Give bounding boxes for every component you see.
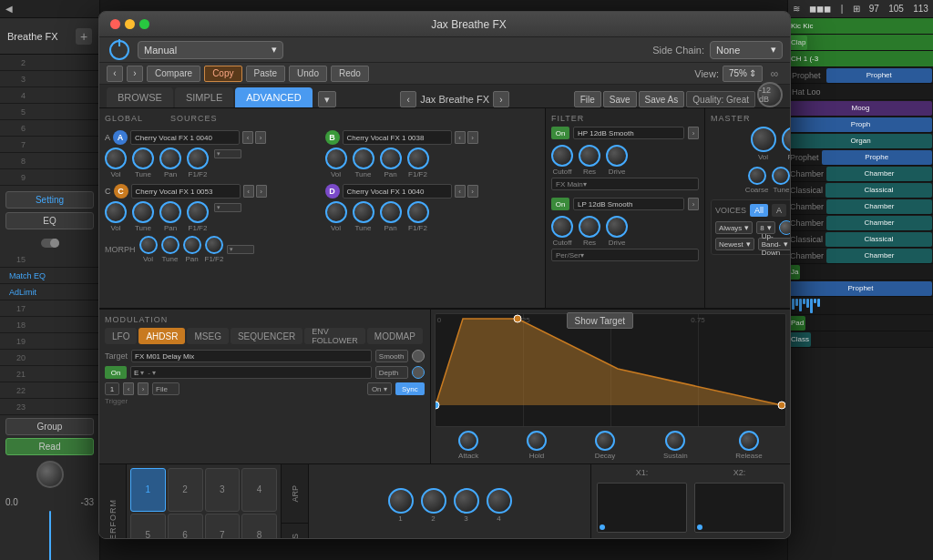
filter-1-fx-dropdown[interactable]: FX Main ▾ [551,178,699,190]
source-d-prev[interactable]: ‹ [455,185,466,198]
source-a-f1f2-knob[interactable] [187,148,209,169]
filter-2-on-badge[interactable]: On [551,198,569,210]
morph-vol-knob[interactable] [139,236,158,254]
source-b-tune-knob[interactable] [353,148,374,169]
source-a-name[interactable]: Cherry Vocal FX 1 0040 [130,130,240,145]
redo-button[interactable]: Redo [331,66,369,82]
sidebar-row-4[interactable]: 4 [0,87,99,104]
filter-1-cutoff-knob[interactable] [551,145,573,167]
filter-2-res-knob[interactable] [579,216,600,238]
sidebar-row-6[interactable]: 6 [0,120,99,137]
power-button[interactable] [107,37,132,63]
track-item-ch1[interactable]: CH 1 (-3 [788,51,933,67]
release-knob[interactable] [739,431,759,451]
source-c-pan-knob[interactable] [159,201,181,223]
source-d-tune-knob[interactable] [353,201,374,223]
sidebar-row-23[interactable]: 23 [0,399,99,415]
pad-4[interactable]: 4 [241,468,277,512]
mod-tab-lfo[interactable]: LFO [105,328,137,344]
source-c-name[interactable]: Cherry Vocal FX 1 0053 [131,184,241,199]
x2-pad[interactable] [694,483,784,533]
sidebar-row-18[interactable]: 18 [0,317,99,333]
sidebar-row-2[interactable]: 2 [0,55,99,71]
preset-dropdown[interactable]: Manual ▾ [138,41,283,59]
master-pan-knob[interactable] [782,127,791,152]
mod-e-dropdown[interactable]: E ▾ - ▾ [130,366,372,379]
eq-button[interactable]: EQ [5,212,94,229]
nav-back-button[interactable]: ‹ [107,66,123,82]
source-c-vol-knob[interactable] [105,201,127,223]
track-item-class[interactable]: Class [788,331,933,348]
toggle-switch[interactable] [41,239,59,248]
source-a-tune-knob[interactable] [132,148,154,169]
track-item-ja[interactable]: Ja [788,264,933,280]
perf-knob-4-control[interactable] [487,488,512,514]
depth-knob[interactable] [412,366,425,379]
filter-2-fx-dropdown[interactable]: Per/Ser ▾ [551,249,699,261]
source-a-dropdown1[interactable]: ▾ [214,149,241,158]
volume-knob[interactable] [36,461,64,488]
sidebar-row-3[interactable]: 3 [0,71,99,87]
source-b-f1f2-knob[interactable] [407,148,429,169]
master-vol-knob[interactable] [751,127,776,152]
view-percent-control[interactable]: 75% ⇕ [723,66,763,82]
sidebar-row-9[interactable]: 9 [0,169,99,186]
nav-forward-button[interactable]: › [127,66,143,82]
track-item-chamber4[interactable]: Chamber Chamber [788,248,933,264]
track-item-classical1[interactable]: Classical Classical [788,182,933,199]
group-button[interactable]: Group [5,418,94,435]
mod-tab-envfollower[interactable]: ENV FOLLOWER [304,328,365,344]
source-b-next[interactable]: › [467,131,478,144]
source-b-name[interactable]: Cherry Vocal FX 1 0038 [343,130,452,145]
mod-on-btn[interactable]: On [105,366,127,379]
sidebar-row-match-eq[interactable]: Match EQ [0,268,99,284]
compare-button[interactable]: Compare [147,66,200,82]
source-d-name[interactable]: Cherry Vocal FX 1 0040 [343,184,452,199]
lfo-file-btn[interactable]: File [152,382,179,395]
track-item-chamber3[interactable]: Chamber Chamber [788,215,933,231]
filter-1-on-badge[interactable]: On [551,127,569,139]
setting-button[interactable]: Setting [5,191,94,209]
source-c-f1f2-knob[interactable] [187,201,209,223]
sidebar-row-15[interactable]: 15 [0,251,99,268]
pad-6[interactable]: 6 [168,514,203,540]
pad-2[interactable]: 2 [168,468,203,512]
source-a-vol-knob[interactable] [105,148,127,169]
file-button[interactable]: File [574,91,601,107]
voice-tab-b[interactable]: B [790,204,791,217]
sidebar-row-5[interactable]: 5 [0,104,99,120]
side-chain-dropdown[interactable]: None ▾ [710,41,783,59]
source-c-tune-knob[interactable] [132,201,154,223]
track-item-chamber1[interactable]: Chamber Chamber [788,166,933,182]
morph-dropdown[interactable]: ▾ [227,245,254,254]
mod-tab-ahdsr[interactable]: AHDSR [138,328,185,344]
source-c-prev[interactable]: ‹ [243,185,254,198]
voices-priority-select[interactable]: Newest ▾ [715,238,754,250]
preset-back-button[interactable]: ‹ [400,91,416,107]
paste-button[interactable]: Paste [246,66,286,82]
track-item-prophet3[interactable]: Prophet [788,280,933,297]
source-c-next[interactable]: › [256,185,267,198]
x1-pad[interactable] [597,483,687,533]
sidebar-row-17[interactable]: 17 [0,300,99,317]
source-b-prev[interactable]: ‹ [455,131,466,144]
copy-button[interactable]: Copy [204,66,241,82]
pad-5[interactable]: 5 [130,514,166,540]
source-d-next[interactable]: › [467,185,478,198]
morph-tune-knob[interactable] [161,236,179,254]
attack-knob[interactable] [458,431,478,451]
track-item-proph[interactable]: Proph [788,117,933,133]
smooth-btn[interactable]: Smooth [375,350,408,362]
tab-simple[interactable]: SIMPLE [175,87,233,107]
mod-tab-mseg[interactable]: MSEG [187,328,228,344]
effects-label-area[interactable]: EFFECTS [282,524,308,539]
lfo-prev-btn[interactable]: ‹ [123,382,134,395]
source-d-pan-knob[interactable] [380,201,402,223]
track-item-chamber2[interactable]: Chamber Chamber [788,199,933,215]
tab-advanced[interactable]: ADVANCED [235,87,312,107]
pad-8[interactable]: 8 [241,514,277,540]
arp-label-area[interactable]: ARP [282,464,308,524]
track-item-clap[interactable]: Clap [788,35,933,51]
source-d-vol-knob[interactable] [325,201,347,223]
filter-1-res-knob[interactable] [579,145,600,167]
